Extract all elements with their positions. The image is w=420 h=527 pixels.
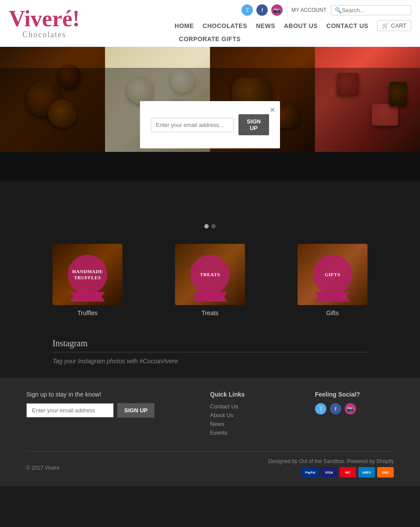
instagram-tag: Tag your Instagram photos with #CocoaViv… xyxy=(52,358,368,365)
slider-dot-1[interactable] xyxy=(204,224,209,228)
instagram-title: Instagram xyxy=(52,338,368,352)
nav-corporate[interactable]: CORPORATE GIFTS xyxy=(179,35,241,42)
email-signup-modal: × SIGN UP xyxy=(140,101,280,148)
footer-newsletter-title: Sign up to stay in the know! xyxy=(26,391,184,398)
modal-close-button[interactable]: × xyxy=(270,105,275,115)
social-icons: 𝕋 f 📷 xyxy=(242,4,283,16)
footer-instagram-icon[interactable]: 📷 xyxy=(345,403,356,415)
footer-link-contact[interactable]: Contact Us xyxy=(210,403,289,410)
social-account-row: 𝕋 f 📷 MY ACCOUNT 🔍 xyxy=(242,4,411,16)
logo-sub: Chocolates xyxy=(22,30,66,39)
amex-icon: AMEX xyxy=(358,467,375,478)
footer: Sign up to stay in the know! SIGN UP Qui… xyxy=(0,378,420,486)
slider-dot-2[interactable] xyxy=(211,224,216,228)
product-card-gifts[interactable]: Gifts Gifts xyxy=(298,244,368,316)
cart-button[interactable]: 🛒 CART xyxy=(377,20,411,31)
footer-copyright: © 2017 Vivere xyxy=(26,465,60,471)
footer-right: Designed by Out of the Sandbox. Powered … xyxy=(268,458,394,478)
nav-bar: HOME CHOCOLATES NEWS ABOUT US CONTACT US… xyxy=(175,20,411,31)
header-right: 𝕋 f 📷 MY ACCOUNT 🔍 HOME CHOCOLATES NEWS … xyxy=(175,4,411,42)
logo[interactable]: Viveré! Chocolates xyxy=(9,7,80,39)
footer-email-input[interactable] xyxy=(26,403,114,418)
header: Viveré! Chocolates 𝕋 f 📷 MY ACCOUNT 🔍 HO… xyxy=(0,0,420,47)
nav-about[interactable]: ABOUT US xyxy=(284,22,318,29)
products-section: HandmadeTruffles Truffles Treats Treats … xyxy=(0,235,420,334)
product-card-truffles[interactable]: HandmadeTruffles Truffles xyxy=(52,244,122,316)
instagram-section: Instagram Tag your Instagram photos with… xyxy=(0,334,420,378)
footer-powered: Designed by Out of the Sandbox. Powered … xyxy=(268,458,394,464)
nav-home[interactable]: HOME xyxy=(175,22,194,29)
footer-social: Feeling Social? 𝕋 f 📷 xyxy=(315,391,394,438)
footer-social-title: Feeling Social? xyxy=(315,391,394,398)
modal-email-input[interactable] xyxy=(151,118,234,132)
cart-icon: 🛒 xyxy=(382,22,389,29)
truffles-badge-text: HandmadeTruffles xyxy=(72,268,103,281)
slider-dots xyxy=(204,224,216,228)
truffles-ribbon xyxy=(70,292,105,302)
footer-bottom: © 2017 Vivere Designed by Out of the San… xyxy=(26,451,394,478)
footer-twitter-icon[interactable]: 𝕋 xyxy=(315,403,326,415)
nav-chocolates[interactable]: CHOCOLATES xyxy=(203,22,247,29)
twitter-icon[interactable]: 𝕋 xyxy=(242,4,253,16)
gifts-label: Gifts xyxy=(326,309,339,316)
nav-news[interactable]: NEWS xyxy=(256,22,275,29)
gifts-badge: Gifts xyxy=(313,255,352,294)
footer-link-news[interactable]: News xyxy=(210,421,289,427)
footer-link-events[interactable]: Events xyxy=(210,429,289,436)
product-image-treats: Treats xyxy=(175,244,245,305)
treats-badge-text: Treats xyxy=(200,271,220,278)
product-card-treats[interactable]: Treats Treats xyxy=(175,244,245,316)
footer-link-about[interactable]: About Us xyxy=(210,412,289,418)
footer-links-title: Quick Links xyxy=(210,391,289,398)
footer-email-row: SIGN UP xyxy=(26,403,184,418)
footer-social-icons: 𝕋 f 📷 xyxy=(315,403,394,415)
modal-body: SIGN UP xyxy=(151,114,269,135)
footer-signup-button[interactable]: SIGN UP xyxy=(117,403,154,418)
modal-signup-button[interactable]: SIGN UP xyxy=(238,114,269,135)
mastercard-icon: MC xyxy=(340,467,356,478)
search-icon: 🔍 xyxy=(335,7,342,14)
footer-facebook-icon[interactable]: f xyxy=(330,403,341,415)
modal-overlay: × SIGN UP xyxy=(0,68,420,182)
nav-contact[interactable]: CONTACT US xyxy=(326,22,368,29)
footer-quick-links: Quick Links Contact Us About Us News Eve… xyxy=(210,391,289,438)
cart-label: CART xyxy=(391,22,406,29)
instagram-icon[interactable]: 📷 xyxy=(271,4,283,16)
paypal-icon: PayPal xyxy=(302,467,318,478)
treats-badge: Treats xyxy=(190,255,230,294)
logo-text: Viveré! xyxy=(9,7,80,30)
facebook-icon[interactable]: f xyxy=(256,4,268,16)
visa-icon: VISA xyxy=(321,467,337,478)
product-image-gifts: Gifts xyxy=(298,244,368,305)
my-account-link[interactable]: MY ACCOUNT xyxy=(291,7,326,13)
payment-icons: PayPal VISA MC AMEX DISC xyxy=(302,467,394,478)
discover-icon: DISC xyxy=(377,467,394,478)
truffles-label: Truffles xyxy=(77,309,98,316)
search-box: 🔍 xyxy=(331,5,411,15)
truffles-badge: HandmadeTruffles xyxy=(68,255,107,294)
gifts-badge-text: Gifts xyxy=(325,271,340,278)
product-image-truffles: HandmadeTruffles xyxy=(52,244,122,305)
footer-top: Sign up to stay in the know! SIGN UP Qui… xyxy=(26,391,394,438)
footer-newsletter: Sign up to stay in the know! SIGN UP xyxy=(26,391,184,438)
search-input[interactable] xyxy=(342,7,407,14)
treats-ribbon xyxy=(192,292,228,302)
treats-label: Treats xyxy=(201,309,218,316)
gifts-ribbon xyxy=(315,292,350,302)
